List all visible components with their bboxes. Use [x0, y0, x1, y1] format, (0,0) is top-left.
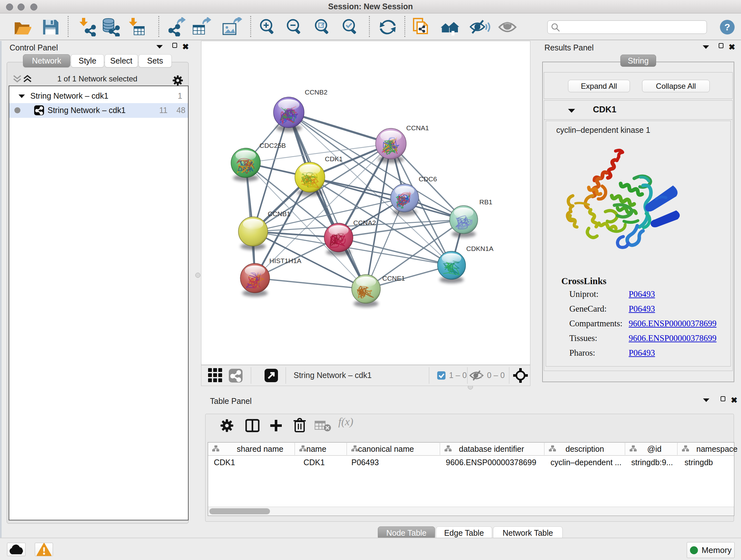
svg-text:CDK1: CDK1: [325, 155, 343, 163]
svg-text:HIST1H1A: HIST1H1A: [269, 257, 301, 264]
svg-text:CCNB2: CCNB2: [305, 88, 327, 96]
svg-text:CCNE1: CCNE1: [382, 274, 405, 282]
svg-text:CDKN1A: CDKN1A: [466, 245, 493, 252]
svg-text:CCNB1: CCNB1: [268, 210, 290, 217]
svg-text:?: ?: [724, 22, 730, 32]
svg-text:CDC6: CDC6: [419, 175, 437, 183]
svg-text:CDC25B: CDC25B: [259, 142, 286, 149]
svg-text:CCNA1: CCNA1: [406, 124, 429, 132]
svg-text:RB1: RB1: [479, 198, 492, 206]
svg-text:CCNA2: CCNA2: [353, 219, 376, 226]
